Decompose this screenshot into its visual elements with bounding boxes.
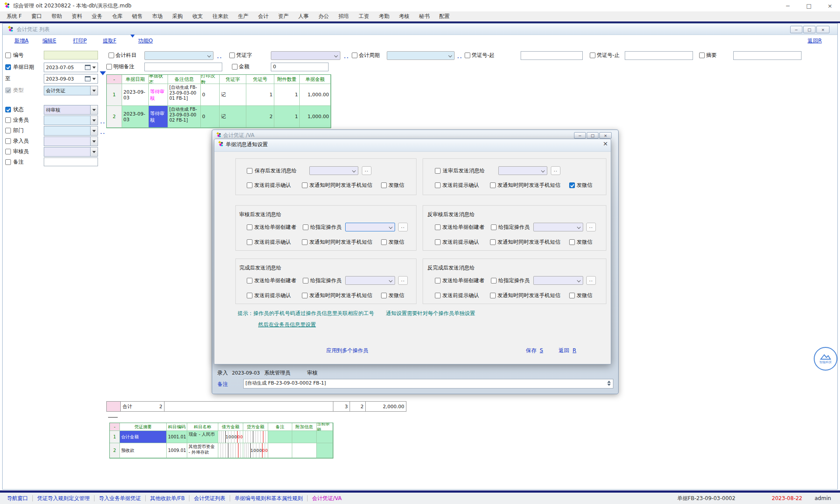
note-scroll-spinner[interactable] (607, 381, 611, 386)
after-complete-sms-checkbox[interactable] (302, 293, 308, 298)
entry-clerk-filter-checkbox[interactable] (5, 138, 11, 144)
balance-cell[interactable] (317, 443, 333, 458)
detail-window-close-button[interactable]: × (599, 132, 612, 139)
splitter-handle[interactable] (108, 417, 118, 418)
dropdown-button[interactable] (91, 116, 98, 125)
after-unaudit-browse-button[interactable]: .. (586, 223, 596, 231)
status-cell[interactable]: 等待审核 (149, 84, 168, 106)
statusbar-item-voucher-list[interactable]: 会计凭证列表 (189, 495, 230, 502)
menu-item-window[interactable]: 窗口 (27, 13, 47, 20)
voucher-word-cell[interactable]: 记 (220, 84, 246, 106)
amount-input[interactable]: 0 (271, 63, 329, 71)
dialog-close-button[interactable]: × (603, 140, 608, 147)
no-filter-checkbox[interactable] (5, 52, 11, 58)
after-complete-operator-checkbox[interactable] (303, 278, 308, 284)
menu-item-purchase[interactable]: 采购 (168, 13, 188, 20)
after-save-recipient-combobox[interactable] (309, 166, 358, 175)
dialog-hint-line2[interactable]: 然后在业务员信息里设置 (258, 322, 316, 328)
calendar-icon[interactable] (85, 76, 91, 81)
dropdown-button[interactable] (91, 147, 98, 157)
column-header[interactable]: 单据状态 (149, 75, 168, 84)
account-code-cell[interactable]: 1009.01 (167, 443, 187, 458)
account-code-cell[interactable]: 1001.01 (167, 431, 187, 443)
print-button[interactable]: 打印P (73, 38, 87, 44)
amount-cell[interactable]: 1,000.00 (300, 106, 331, 128)
no-filter-input[interactable] (44, 51, 98, 60)
after-audit-confirm-checkbox[interactable] (247, 239, 252, 245)
account-name-cell[interactable]: 现金 - 人民币 (187, 431, 218, 443)
menu-item-production[interactable]: 生产 (233, 13, 253, 20)
column-header[interactable]: 单据金额 (300, 75, 331, 84)
dropdown-button[interactable] (91, 126, 98, 136)
chevron-down-icon[interactable] (92, 66, 96, 69)
after-uncomplete-wechat-checkbox[interactable] (569, 293, 575, 298)
after-save-wechat-checkbox[interactable] (381, 182, 387, 188)
account-name-cell[interactable]: 其他货币资金 - 外埠存款 (187, 443, 218, 458)
salesman-browse-button[interactable]: .. (100, 119, 105, 125)
balance-cell[interactable] (317, 431, 333, 443)
after-submit-browse-button[interactable]: .. (551, 166, 560, 175)
column-header[interactable]: 备注 (268, 423, 292, 431)
status-filter-checkbox[interactable] (5, 107, 11, 112)
statusbar-item-navigation[interactable]: 导航窗口 (3, 495, 32, 502)
column-header[interactable]: - (107, 75, 122, 84)
column-header[interactable]: 凭证摘要 (120, 423, 167, 431)
after-submit-recipient-combobox[interactable] (498, 166, 547, 175)
after-submit-checkbox[interactable] (435, 168, 441, 174)
voucher-note-label[interactable]: 备注 (217, 381, 228, 388)
functions-menu-button[interactable]: 功能O (130, 38, 153, 44)
after-complete-operator-combobox[interactable] (345, 276, 395, 285)
child-close-button[interactable]: × (816, 26, 830, 33)
no-from-input[interactable] (521, 51, 583, 60)
apply-to-operators-button[interactable]: 应用到多个操作员 (326, 347, 368, 354)
app-maximize-button[interactable]: □ (802, 1, 816, 10)
line-note-cell[interactable] (268, 431, 292, 443)
extra-info-cell[interactable] (292, 443, 317, 458)
period-combobox[interactable] (387, 51, 455, 60)
statusbar-item-import-vouchers[interactable]: 导入业务单据凭证 (94, 495, 145, 502)
entry-clerk-combobox[interactable] (44, 136, 98, 146)
after-unaudit-operator-combobox[interactable] (533, 223, 583, 231)
after-uncomplete-creator-checkbox[interactable] (435, 278, 441, 284)
detail-note-input[interactable] (144, 63, 222, 71)
after-unaudit-creator-checkbox[interactable] (435, 224, 441, 230)
statusbar-item-import-rules[interactable]: 凭证导入规则定义管理 (33, 495, 94, 502)
row-number-cell[interactable]: 2 (107, 106, 122, 128)
calendar-icon[interactable] (85, 65, 91, 70)
menu-item-sales[interactable]: 销售 (127, 13, 147, 20)
account-combobox[interactable] (144, 51, 214, 60)
after-uncomplete-operator-combobox[interactable] (533, 276, 583, 285)
attachment-count-cell[interactable]: 1 (274, 84, 300, 106)
debit-amount-cell[interactable] (218, 443, 243, 458)
status-combobox[interactable]: 待审核 (44, 105, 98, 115)
menu-item-market[interactable]: 市场 (147, 13, 168, 20)
dropdown-button[interactable] (91, 105, 98, 115)
menu-item-hr[interactable]: 人事 (294, 13, 314, 20)
date-cell[interactable]: 2023-09-03 (122, 84, 149, 106)
after-audit-creator-checkbox[interactable] (247, 224, 252, 230)
column-header[interactable]: 附件数量 (274, 75, 300, 84)
after-unaudit-confirm-checkbox[interactable] (435, 239, 441, 245)
app-close-button[interactable]: × (823, 1, 836, 10)
extra-info-cell[interactable] (292, 431, 317, 443)
note-filter-checkbox[interactable] (5, 159, 11, 165)
period-browse-button[interactable]: .. (457, 54, 462, 60)
salesman-filter-checkbox[interactable] (5, 117, 11, 123)
voucher-note-input[interactable]: [自动生成 FB-23-09-03-0002 FB-1] (243, 379, 613, 388)
menu-item-secretary[interactable]: 秘书 (414, 13, 434, 20)
after-audit-operator-combobox[interactable] (345, 223, 395, 231)
after-save-confirm-checkbox[interactable] (247, 182, 252, 188)
note-filter-input[interactable] (44, 158, 98, 166)
after-audit-operator-checkbox[interactable] (303, 224, 308, 230)
statusbar-item-receipt-fb[interactable]: 其他收款单/FB (146, 495, 189, 502)
attachment-count-cell[interactable]: 1 (274, 106, 300, 128)
column-header[interactable]: 打印次数 (201, 75, 220, 84)
after-complete-confirm-checkbox[interactable] (247, 293, 252, 298)
salesman-combobox[interactable] (44, 116, 98, 125)
after-save-checkbox[interactable] (247, 168, 252, 174)
menu-item-help[interactable]: 帮助 (47, 13, 67, 20)
no-to-input[interactable] (625, 51, 693, 60)
auditor-filter-checkbox[interactable] (5, 149, 11, 154)
menu-item-accounts[interactable]: 往来款 (208, 13, 233, 20)
after-complete-wechat-checkbox[interactable] (381, 293, 387, 298)
